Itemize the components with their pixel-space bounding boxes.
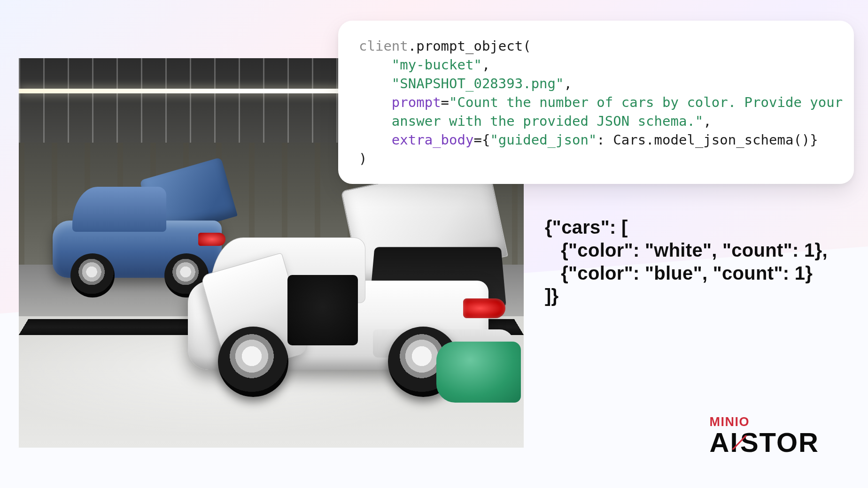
json-line-3: {"color": "blue", "count": 1} xyxy=(545,263,813,283)
code-kw-prompt: prompt xyxy=(392,94,441,110)
code-prompt-line2: answer with the provided JSON schema." xyxy=(392,113,703,129)
json-line-1: {"cars": [ xyxy=(545,217,628,237)
code-kw-extrabody: extra_body xyxy=(392,132,474,148)
code-object: client xyxy=(359,38,408,54)
code-arg-file: "SNAPSHOT_028393.png" xyxy=(392,76,564,92)
code-key-guided: "guided_json" xyxy=(490,132,597,148)
json-output: {"cars": [ {"color": "white", "count": 1… xyxy=(545,216,828,307)
code-arg-bucket: "my-bucket" xyxy=(392,57,482,73)
code-schema-call: Cars.model_json_schema()} xyxy=(613,132,818,148)
brand-logo: MINIO AI∕STOR xyxy=(710,415,819,455)
code-snippet-card: client.prompt_object( "my-bucket", "SNAP… xyxy=(338,21,854,184)
code-prompt-line1: "Count the number of cars by color. Prov… xyxy=(449,94,843,110)
json-line-2: {"color": "white", "count": 1}, xyxy=(545,240,828,260)
green-equipment xyxy=(436,342,521,403)
code-close-paren: ) xyxy=(359,151,367,167)
logo-aistor: AI∕STOR xyxy=(710,429,819,455)
code-method: .prompt_object( xyxy=(408,38,531,54)
json-line-4: ]} xyxy=(545,285,559,306)
